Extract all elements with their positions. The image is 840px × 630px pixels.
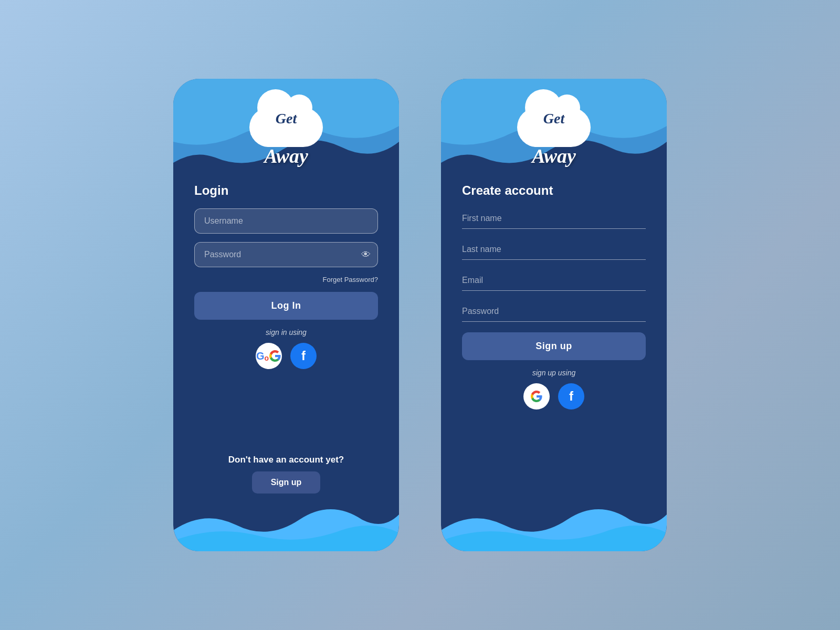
logo-area: Get Away [173,79,399,167]
facebook-signup-button[interactable]: f [558,383,584,410]
no-account-text: Don't have an account yet? [228,455,344,465]
signup-password-wrapper [462,301,646,322]
google-icon: Go [256,350,269,362]
login-button[interactable]: Log In [194,292,378,320]
signup-button[interactable]: Sign up [462,332,646,360]
username-input[interactable] [194,208,378,234]
first-name-input[interactable] [462,208,646,229]
signup-logo-area: Get Away [441,79,667,167]
signup-password-input[interactable] [462,301,646,322]
signup-title: Create account [462,183,553,198]
google-login-button[interactable]: Go [256,343,282,369]
login-bottom-section: Don't have an account yet? Sign up [173,455,399,494]
signup-social-icons: f [523,383,584,410]
google-g-icon [269,350,281,362]
toggle-password-icon[interactable]: 👁 [361,249,371,260]
signup-cloud-logo: Get [517,94,591,147]
password-input[interactable] [194,242,378,267]
login-title: Login [194,183,228,198]
facebook-login-button[interactable]: f [290,343,317,369]
cloud-logo: Get [249,94,323,147]
sign-in-using-label: sign in using [266,328,307,337]
facebook-signup-icon: f [569,389,573,404]
last-name-wrapper [462,239,646,260]
login-form: Login 👁 Forget Password? Log In sign in … [173,183,399,551]
signup-card: Get Away Create account Sign up sign up … [441,79,667,551]
signup-app-name-away: Away [532,144,576,167]
google-signup-icon [530,390,543,403]
username-wrapper [194,208,378,234]
google-signup-button[interactable] [523,383,550,410]
app-name-away: Away [264,144,308,167]
first-name-wrapper [462,208,646,229]
forget-password-link[interactable]: Forget Password? [323,276,379,284]
signup-form: Create account Sign up sign up using [441,183,667,551]
password-wrapper: 👁 [194,242,378,267]
social-login-icons: Go f [256,343,317,369]
email-input[interactable] [462,270,646,291]
email-wrapper [462,270,646,291]
login-card: Get Away Login 👁 Forget Password? Log In… [173,79,399,551]
facebook-icon: f [301,349,306,363]
signup-app-name-get: Get [543,110,564,131]
app-name-get: Get [276,110,297,131]
sign-up-using-label: sign up using [532,369,576,377]
signup-redirect-button[interactable]: Sign up [252,471,321,494]
last-name-input[interactable] [462,239,646,260]
